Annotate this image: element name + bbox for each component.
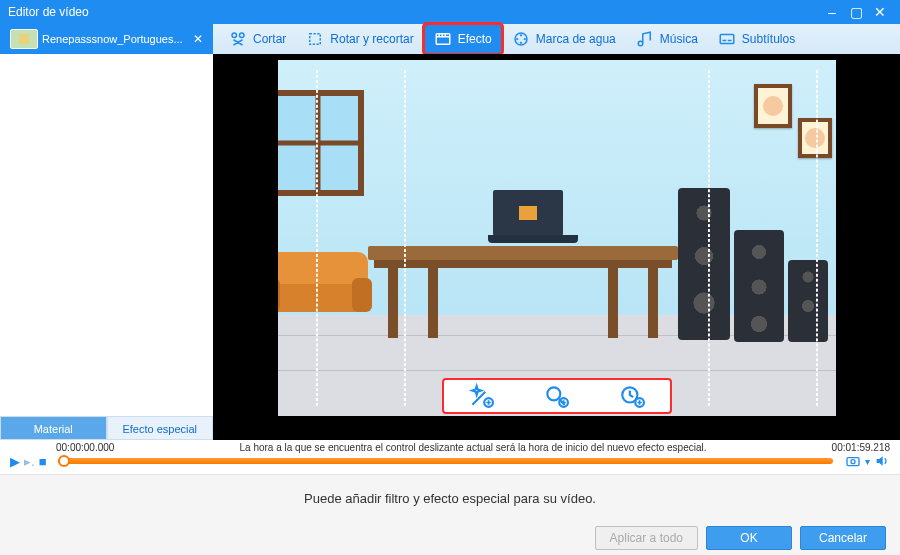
maximize-button[interactable]: ▢ xyxy=(844,0,868,24)
time-end: 00:01:59.218 xyxy=(832,442,890,453)
timeline-knob[interactable] xyxy=(58,455,70,467)
cut-icon xyxy=(229,30,247,48)
file-tab-label: Renepasssnow_Portugues... xyxy=(42,33,189,45)
svg-point-14 xyxy=(851,460,855,464)
file-tab-close-icon[interactable]: ✕ xyxy=(193,32,203,46)
main-area: Material Efecto especial xyxy=(0,54,900,440)
file-thumbnail xyxy=(10,29,38,49)
file-tab[interactable]: Renepasssnow_Portugues... ✕ xyxy=(6,27,207,51)
playback-bar: 00:00:00.000 La hora a la que se encuent… xyxy=(0,440,900,474)
crop-icon xyxy=(306,30,324,48)
effect-label: Efecto xyxy=(458,32,492,46)
subtitles-button[interactable]: Subtítulos xyxy=(708,24,805,54)
music-label: Música xyxy=(660,32,698,46)
watermark-label: Marca de agua xyxy=(536,32,616,46)
scene-speaker-small xyxy=(788,260,828,342)
watermark-button[interactable]: Marca de agua xyxy=(502,24,626,54)
scene-frame-1 xyxy=(754,84,792,128)
tab-special-effect[interactable]: Efecto especial xyxy=(107,416,214,440)
add-zoom-effect-button[interactable] xyxy=(539,382,573,410)
button-row: Aplicar a todo OK Cancelar xyxy=(0,521,900,555)
close-button[interactable]: ✕ xyxy=(868,0,892,24)
guide-line xyxy=(708,70,710,406)
apply-all-button[interactable]: Aplicar a todo xyxy=(595,526,698,550)
play-controls: ▶ ▸. ■ xyxy=(10,454,46,469)
window-title: Editor de vídeo xyxy=(8,5,820,19)
cut-label: Cortar xyxy=(253,32,286,46)
rotate-crop-label: Rotar y recortar xyxy=(330,32,413,46)
svg-point-6 xyxy=(520,42,522,44)
music-icon xyxy=(636,30,654,48)
music-button[interactable]: Música xyxy=(626,24,708,54)
titlebar: Editor de vídeo – ▢ ✕ xyxy=(0,0,900,24)
svg-point-3 xyxy=(520,34,522,36)
scene-table xyxy=(368,246,678,342)
svg-point-5 xyxy=(523,38,525,40)
film-icon xyxy=(434,30,452,48)
bottom-panel: Puede añadir filtro y efecto especial pa… xyxy=(0,474,900,555)
scene-window xyxy=(278,90,364,196)
add-time-effect-button[interactable] xyxy=(615,382,649,410)
zoom-plus-icon xyxy=(543,383,569,409)
cut-button[interactable]: Cortar xyxy=(219,24,296,54)
file-tab-area: Renepasssnow_Portugues... ✕ xyxy=(0,24,213,54)
volume-icon[interactable] xyxy=(874,453,890,469)
time-start: 00:00:00.000 xyxy=(56,442,114,453)
subtitles-icon xyxy=(718,30,736,48)
video-preview[interactable] xyxy=(278,60,836,416)
subtitles-label: Subtítulos xyxy=(742,32,795,46)
top-row: Renepasssnow_Portugues... ✕ Cortar Rotar… xyxy=(0,24,900,54)
minimize-button[interactable]: – xyxy=(820,0,844,24)
sidebar-tabs: Material Efecto especial xyxy=(0,416,213,440)
add-magic-effect-button[interactable] xyxy=(464,382,498,410)
scene-frame-2 xyxy=(798,118,832,158)
snapshot-chevron-icon[interactable]: ▾ xyxy=(865,456,870,467)
wand-plus-icon xyxy=(468,383,494,409)
cancel-button[interactable]: Cancelar xyxy=(800,526,886,550)
scene-laptop xyxy=(488,190,568,243)
step-button[interactable]: ▸. xyxy=(24,454,35,469)
snapshot-icon[interactable] xyxy=(845,453,861,469)
svg-point-9 xyxy=(548,387,561,400)
effect-button[interactable]: Efecto xyxy=(424,24,502,54)
scene-sofa xyxy=(278,252,368,330)
effect-action-bar xyxy=(442,378,672,414)
toolbar: Cortar Rotar y recortar Efecto Marca de … xyxy=(213,24,900,54)
sidebar: Material Efecto especial xyxy=(0,54,213,440)
clock-plus-icon xyxy=(619,383,645,409)
guide-line xyxy=(404,70,406,406)
bottom-hint: Puede añadir filtro y efecto especial pa… xyxy=(0,475,900,521)
svg-point-4 xyxy=(516,38,518,40)
svg-rect-13 xyxy=(847,458,859,466)
rotate-crop-button[interactable]: Rotar y recortar xyxy=(296,24,423,54)
ok-button[interactable]: OK xyxy=(706,526,792,550)
svg-rect-0 xyxy=(310,34,321,45)
svg-rect-7 xyxy=(720,35,734,44)
scene-speaker-medium xyxy=(734,230,784,342)
stop-button[interactable]: ■ xyxy=(39,454,47,469)
guide-line xyxy=(316,70,318,406)
video-stage xyxy=(213,54,900,440)
tab-material[interactable]: Material xyxy=(0,416,107,440)
reel-icon xyxy=(512,30,530,48)
timeline-hint: La hora a la que se encuentra el control… xyxy=(122,442,823,453)
scene-speaker-large xyxy=(678,188,730,340)
guide-line xyxy=(816,70,818,406)
timeline-track[interactable] xyxy=(58,458,833,464)
play-button[interactable]: ▶ xyxy=(10,454,20,469)
